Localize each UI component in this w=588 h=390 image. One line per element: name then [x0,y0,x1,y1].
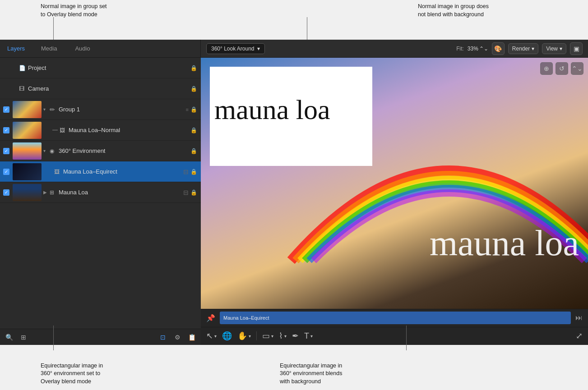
layer-icon-env360: ◉ [50,148,58,154]
timeline-track[interactable]: Mauna Loa–Equirect [220,312,571,324]
mask-chevron[interactable]: ▾ [284,334,287,339]
pan-tool[interactable]: ✋ ▾ [237,331,251,341]
checkbox-on-env360 [3,148,9,154]
layer-icon-mauna-loa: ⊞ [50,189,58,196]
annotation-top-left: Normal image in group setto Overlay blen… [41,3,107,18]
expand-tool[interactable]: ⤢ [576,331,583,341]
layers-panel: 📄 Project 🔒 🎞 Camera 🔒 [0,58,201,345]
360-tool[interactable]: 🌐 [222,331,232,341]
layer-thumb-env360 [13,142,42,160]
layer-checkbox-mauna-loa[interactable] [0,189,13,196]
preview-expand-btn[interactable]: ⌃⌄ [571,62,583,75]
layer-lock-camera[interactable]: 🔒 [190,86,197,92]
checkbox-on-mauna-equirect [3,169,9,175]
preview-move-btn[interactable]: ⊕ [540,62,553,75]
layer-icon-camera: 🎞 [19,86,27,92]
layer-expand-mauna-loa[interactable]: ▶ [43,190,50,195]
add-btn[interactable]: 📋 [186,332,197,343]
shape-tool[interactable]: ▭ ▾ [262,331,273,341]
layer-name-camera: Camera [28,85,189,92]
preview-text-mauna-bottom: mauna loa [430,223,579,264]
tab-layers[interactable]: Layers [0,41,32,55]
layer-lock-mauna-equirect[interactable]: 🔒 [190,169,197,175]
search-btn[interactable]: 🔍 [4,332,14,343]
layer-icon-mauna-normal: 🖼 [60,127,68,133]
text-tool[interactable]: T ▾ [304,331,313,341]
layer-name-mauna-loa: Mauna Loa [59,189,181,196]
layer-name-env360: 360° Environment [59,147,189,154]
tab-audio[interactable]: Audio [66,41,99,55]
view-mode-dropdown[interactable]: 360° Look Around ▾ [206,43,265,54]
layer-toolbar: 🔍 ⊞ ⊡ ⚙ 📋 [0,329,201,345]
layer-thumb-mauna-normal [13,122,42,139]
layer-expand-group1[interactable]: ▾ [43,107,50,112]
timeline-end-icon[interactable]: ⏭ [575,314,583,322]
layer-item-group1[interactable]: ▾ ✏ Group 1 ≡ 🔒 [0,99,201,120]
layout-btn[interactable]: ▣ [570,42,583,55]
globe-icon: 🌐 [222,331,232,341]
pen-tool[interactable]: ✒ [292,331,299,341]
tab-media[interactable]: Media [32,41,66,55]
layer-name-project: Project [28,64,189,71]
layer-checkbox-mauna-equirect[interactable] [0,169,13,175]
color-picker-btn[interactable]: 🎨 [492,42,505,55]
preview-text-mauna-top: mauna loa [214,94,330,126]
layer-expand-env360[interactable]: ▾ [43,148,50,153]
layer-item-mauna-normal[interactable]: 🖼 Mauna Loa–Normal 🔒 [0,120,201,141]
bottom-annotation-bar: Equirectangular image in360° environment… [0,345,588,390]
pen-icon: ✒ [292,331,299,341]
mask-tool[interactable]: ⌇ ▾ [279,331,287,341]
layer-lock-project[interactable]: 🔒 [190,65,197,71]
cursor-chevron[interactable]: ▾ [214,334,217,339]
top-bar: Layers Media Audio 360° Look Around ▾ Fi… [0,40,588,58]
right-panel: mauna loa mauna loa ⊕ ↺ ⌃⌄ 📌 Mauna Loa–E… [201,58,588,345]
timeline-bar: 📌 Mauna Loa–Equirect ⏭ [201,309,588,327]
layer-checkbox-mauna-normal[interactable] [0,127,13,133]
toolbar-left-group: 🔍 ⊞ [4,332,29,343]
preview-rotate-btn[interactable]: ↺ [556,62,568,75]
grid-btn[interactable]: ⊞ [18,332,29,343]
settings-btn[interactable]: ⚙ [172,332,183,343]
layer-checkbox-group1[interactable] [0,106,13,113]
text-chevron[interactable]: ▾ [310,334,313,339]
expand-icon: ⤢ [576,331,583,341]
annotation-top-right: Normal image in group doesnot blend with… [418,3,489,18]
render-btn[interactable]: Render ▾ [508,43,538,54]
layer-name-group1: Group 1 [59,106,184,113]
layer-extra-group1: ≡ [186,107,189,112]
cursor-icon: ↖ [206,331,213,341]
cursor-tool[interactable]: ↖ ▾ [206,331,217,341]
annotation-line-right [307,17,307,42]
preview-canvas[interactable]: mauna loa mauna loa ⊕ ↺ ⌃⌄ [201,58,588,309]
layer-item-mauna-equirect[interactable]: 🖼 Mauna Loa–Equirect ⊟ 🔒 [0,161,201,182]
layer-item-mauna-loa[interactable]: ▶ ⊞ Mauna Loa ⊟ 🔒 [0,182,201,203]
annotation-line-left [53,17,54,42]
text-icon: T [304,331,309,341]
layer-item-env360[interactable]: ▾ ◉ 360° Environment 🔒 [0,141,201,161]
fit-stepper[interactable]: ⌃⌄ [479,46,488,52]
main-ui: Layers Media Audio 360° Look Around ▾ Fi… [0,40,588,345]
layer-thumb-group1 [13,101,42,118]
layer-icon-mauna-equirect: 🖼 [54,169,62,175]
layer-lock-mauna-normal[interactable]: 🔒 [190,127,197,133]
layer-lock-group1[interactable]: 🔒 [190,106,197,113]
view-mode-label: 360° Look Around [211,46,255,52]
layer-item-project[interactable]: 📄 Project 🔒 [0,58,201,78]
layer-lock-env360[interactable]: 🔒 [190,148,197,154]
layer-checkbox-env360[interactable] [0,148,13,154]
layer-thumb-mauna-loa [13,184,42,201]
preview-icon-group: ⊕ ↺ ⌃⌄ [540,62,583,75]
layer-item-camera[interactable]: 🎞 Camera 🔒 [0,78,201,99]
annotation-bottom-right: Equirectangular image in360° environment… [280,362,342,386]
dropdown-chevron: ▾ [257,46,260,52]
layer-name-mauna-equirect: Mauna Loa–Equirect [63,168,181,175]
pan-chevron[interactable]: ▾ [249,334,251,339]
rect-icon: ▭ [262,331,270,341]
annotation-bottom-left: Equirectangular image in360° environment… [41,362,103,386]
layer-lock-mauna-loa[interactable]: 🔒 [190,189,197,196]
checkbox-on-group1 [3,106,9,113]
fit-value[interactable]: 33% ⌃⌄ [468,46,488,52]
grid-active-btn[interactable]: ⊡ [157,332,168,343]
shape-chevron[interactable]: ▾ [271,334,273,339]
view-btn[interactable]: View ▾ [542,43,566,54]
